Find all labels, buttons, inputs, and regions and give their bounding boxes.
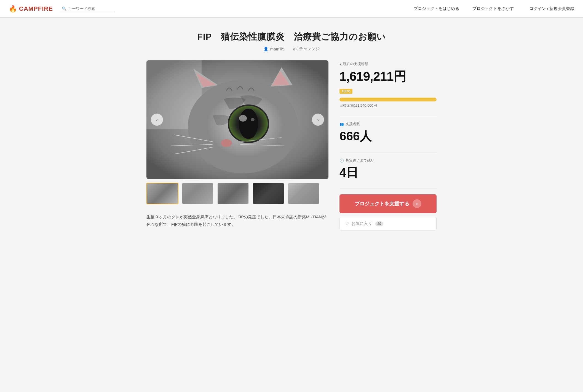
yen-icon: ¥ — [339, 62, 341, 66]
svg-point-6 — [239, 115, 247, 122]
campfire-logo[interactable]: 🔥 CAMPFIRE — [9, 5, 53, 13]
thumb-img-3 — [218, 183, 248, 204]
content-area: ‹ › — [146, 60, 437, 230]
progress-bar-fill — [339, 98, 437, 101]
main-image-container: ‹ › — [146, 60, 328, 179]
logo-text: CAMPFIRE — [19, 5, 53, 12]
progress-bar-container — [339, 98, 437, 101]
progress-pct-badge: 105% — [339, 89, 352, 94]
favorite-count: 39 — [375, 221, 383, 226]
header: 🔥 CAMPFIRE 🔍 プロジェクトをはじめる プロジェクトをさがす ログイン… — [0, 0, 583, 18]
search-icon: 🔍 — [62, 6, 66, 11]
svg-point-5 — [239, 109, 258, 139]
favorite-section[interactable]: ♡ お気に入り 39 — [339, 217, 437, 230]
search-input[interactable] — [68, 6, 112, 11]
divider-2 — [339, 152, 437, 152]
category-label: チャレンジ — [299, 46, 320, 52]
thumb-img-2 — [182, 183, 213, 204]
thumbnail-3[interactable] — [217, 183, 249, 204]
nav-start-project[interactable]: プロジェクトをはじめる — [414, 6, 459, 11]
divider-1 — [339, 116, 437, 116]
svg-point-7 — [251, 118, 255, 121]
cat-main-image — [146, 60, 328, 179]
supporters-label: 👥 支援者数 — [339, 122, 437, 127]
author-meta: 👤 mamiii5 — [263, 47, 285, 52]
author-icon: 👤 — [263, 47, 269, 52]
clock-icon: 🕐 — [339, 159, 344, 163]
amount-block: ¥ 現在の支援総額 1,619,211円 105% 目標金額は1,540,000… — [339, 61, 437, 108]
thumbnail-2[interactable] — [182, 183, 214, 204]
support-button-arrow-icon: › — [413, 199, 421, 208]
divider-3 — [339, 189, 437, 189]
author-name: mamiii5 — [270, 47, 285, 51]
thumbnail-5[interactable] — [288, 183, 320, 204]
nav-search-project[interactable]: プロジェクトをさがす — [472, 6, 514, 11]
category-meta: 🏷 チャレンジ — [293, 46, 320, 52]
thumbnail-4[interactable] — [252, 183, 284, 204]
favorite-label: お気に入り — [351, 221, 372, 226]
stats-section: ¥ 現在の支援総額 1,619,211円 105% 目標金額は1,540,000… — [339, 60, 437, 230]
thumb-img-1 — [147, 183, 178, 204]
heart-icon: ♡ — [345, 221, 349, 226]
amount-value: 1,619,211円 — [339, 68, 437, 85]
header-nav: プロジェクトをはじめる プロジェクトをさがす — [414, 6, 514, 11]
cat-image-svg — [146, 60, 328, 179]
days-block: 🕐 募集終了まで残り 4日 — [339, 158, 437, 181]
project-title-block: FIP 猫伝染性腹膜炎 治療費ご協力のお願い — [146, 31, 437, 43]
amount-label: ¥ 現在の支援総額 — [339, 61, 437, 66]
main-content: FIP 猫伝染性腹膜炎 治療費ご協力のお願い 👤 mamiii5 🏷 チャレンジ — [140, 31, 443, 230]
project-meta: 👤 mamiii5 🏷 チャレンジ — [146, 46, 437, 52]
thumbnail-1[interactable] — [146, 183, 178, 204]
target-text: 目標金額は1,540,000円 — [339, 103, 437, 108]
next-image-button[interactable]: › — [312, 114, 324, 126]
supporters-count: 666人 — [339, 128, 437, 144]
flame-icon: 🔥 — [9, 5, 17, 13]
supporters-block: 👥 支援者数 666人 — [339, 122, 437, 144]
prev-image-button[interactable]: ‹ — [151, 114, 163, 126]
thumb-img-5 — [288, 183, 319, 204]
thumb-img-4 — [253, 183, 284, 204]
project-description: 生後９ヶ月のグレが突然全身麻痺となりました。FIPの発症でした。日本未承認の新薬… — [146, 213, 328, 228]
days-count: 4日 — [339, 165, 437, 181]
thumbnail-strip — [146, 183, 328, 204]
supporters-icon: 👥 — [339, 122, 344, 126]
tag-icon: 🏷 — [293, 47, 297, 51]
days-label: 🕐 募集終了まで残り — [339, 158, 437, 163]
project-title: FIP 猫伝染性腹膜炎 治療費ご協力のお願い — [146, 31, 437, 43]
image-section: ‹ › — [146, 60, 328, 228]
support-button-label: プロジェクトを支援する — [355, 200, 409, 207]
search-box: 🔍 — [60, 5, 114, 12]
svg-point-8 — [221, 139, 232, 147]
support-button[interactable]: プロジェクトを支援する › — [339, 194, 437, 213]
header-auth[interactable]: ログイン / 新規会員登録 — [529, 6, 574, 11]
